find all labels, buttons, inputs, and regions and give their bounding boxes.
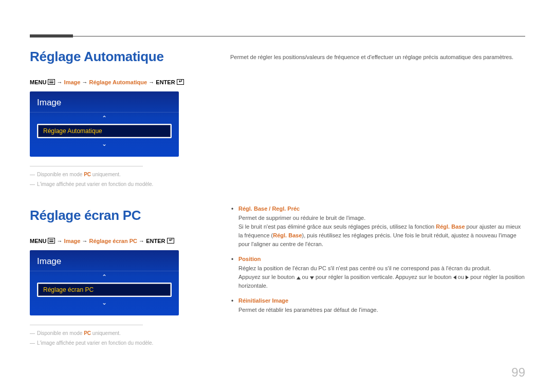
osd-up-arrow-icon[interactable]: ⌃ — [37, 113, 172, 124]
footnote-image-varies: L'image affichée peut varier en fonction… — [30, 340, 220, 346]
item-title: Position — [238, 256, 525, 262]
nav-path1-item: Image — [64, 238, 81, 244]
item-body: Permet de supprimer ou réduire le bruit … — [238, 214, 525, 249]
divider — [30, 325, 143, 325]
section1-description: Permet de régler les positions/valeurs d… — [230, 53, 525, 62]
item-title: Réinitialiser Image — [238, 297, 525, 304]
item-body: Réglez la position de l'écran du PC s'il… — [238, 264, 525, 290]
item-reinitialiser: Réinitialiser Image Permet de rétablir l… — [230, 297, 525, 314]
osd-title: Image — [30, 97, 179, 113]
triangle-up-icon — [297, 276, 301, 279]
right-column: Permet de régler les positions/valeurs d… — [230, 49, 525, 322]
triangle-down-icon — [310, 276, 314, 279]
left-column: Réglage Automatique MENU → Image → Régla… — [30, 49, 220, 350]
osd-down-arrow-icon[interactable]: ⌄ — [37, 138, 172, 150]
osd-panel-1: Image ⌃ Réglage Automatique ⌄ — [30, 91, 179, 157]
enter-icon — [167, 238, 174, 244]
item-title: Régl. Base / Regl. Préc — [238, 206, 525, 212]
item-position: Position Réglez la position de l'écran d… — [230, 256, 525, 290]
footnote-pc-only: Disponible en mode PC uniquement. — [30, 172, 220, 177]
nav-path-2: MENU → Image → Réglage écran PC → ENTER — [30, 238, 220, 244]
section-reglage-ecran-pc: Réglage écran PC MENU → Image → Réglage … — [30, 208, 220, 346]
page-number: 99 — [511, 365, 525, 380]
osd-up-arrow-icon[interactable]: ⌃ — [37, 271, 172, 283]
settings-list: Régl. Base / Regl. Préc Permet de suppri… — [230, 206, 525, 314]
heading-reglage-ecran-pc: Réglage écran PC — [30, 208, 220, 223]
nav-path1-item: Image — [64, 79, 81, 85]
nav-path-1: MENU → Image → Réglage Automatique → ENT… — [30, 79, 220, 85]
divider — [30, 166, 143, 166]
footnote-pc-only: Disponible en mode PC uniquement. — [30, 330, 220, 336]
nav-menu-label: MENU — [30, 79, 46, 85]
footnote-image-varies: L'image affichée peut varier en fonction… — [30, 181, 220, 187]
osd-panel-2: Image ⌃ Réglage écran PC ⌄ — [30, 250, 179, 315]
page-top-rule — [30, 36, 525, 36]
osd-selected-item[interactable]: Réglage écran PC — [37, 283, 172, 297]
enter-icon — [177, 79, 184, 85]
osd-down-arrow-icon[interactable]: ⌄ — [37, 297, 172, 308]
nav-menu-label: MENU — [30, 238, 46, 244]
osd-selected-item[interactable]: Réglage Automatique — [37, 124, 172, 138]
nav-path2-item: Réglage Automatique — [89, 79, 147, 85]
osd-title: Image — [30, 255, 179, 271]
nav-enter-label: ENTER — [156, 79, 175, 85]
nav-path2-item: Réglage écran PC — [89, 238, 138, 244]
nav-enter-label: ENTER — [146, 238, 165, 244]
menu-icon — [48, 238, 55, 244]
item-regl-base: Régl. Base / Regl. Préc Permet de suppri… — [230, 206, 525, 249]
section-reglage-automatique: Réglage Automatique MENU → Image → Régla… — [30, 49, 220, 187]
heading-reglage-automatique: Réglage Automatique — [30, 49, 220, 65]
menu-icon — [48, 79, 55, 85]
item-body: Permet de rétablir les paramètres par dé… — [238, 306, 525, 314]
